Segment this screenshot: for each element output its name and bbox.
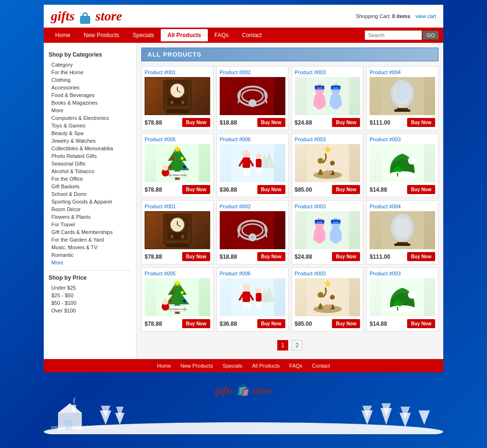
svg-rect-60 (257, 167, 259, 174)
product-price-12: $111.00 (370, 253, 390, 260)
buy-now-button-10[interactable]: Buy Now (257, 252, 285, 261)
nav-all-products[interactable]: All Products (161, 29, 208, 41)
svg-point-96 (321, 234, 325, 241)
sidebar-item-travel[interactable]: For Travel (49, 221, 131, 228)
buy-now-button-16[interactable]: Buy Now (407, 319, 435, 328)
product-card-6: Product #006 (216, 133, 289, 197)
nav-new-products[interactable]: New Products (77, 29, 126, 41)
page-2-link[interactable]: 2 (292, 340, 302, 351)
sidebar-item-computers[interactable]: Computers & Electronics (49, 114, 131, 122)
buy-now-button-8[interactable]: Buy Now (407, 185, 435, 194)
buy-now-button-5[interactable]: Buy Now (182, 185, 210, 194)
sidebar-item-alcohol[interactable]: Alcohol & Tobacco (49, 167, 131, 175)
sidebar-item-category[interactable]: Category (49, 61, 131, 68)
product-name-15[interactable]: Product #003 (295, 271, 360, 276)
svg-point-89 (250, 235, 255, 240)
product-name-5[interactable]: Product #005 (145, 136, 210, 142)
sidebar-item-photo[interactable]: Photo Related Gifts (49, 152, 131, 160)
buy-now-button-4[interactable]: Buy Now (407, 118, 435, 127)
page-1-link[interactable]: 1 (277, 340, 288, 351)
sidebar-item-school[interactable]: School & Dorm (49, 190, 131, 198)
sidebar-item-clothing[interactable]: Clothing (49, 76, 131, 84)
product-price-13: $78.88 (145, 321, 162, 327)
footer-new-products[interactable]: New Products (181, 363, 213, 369)
search-button[interactable]: GO (423, 31, 438, 39)
buy-now-button-6[interactable]: Buy Now (257, 185, 285, 194)
dinosaur-svg-2: Justin Justin (295, 211, 360, 249)
sidebar-item-more1[interactable]: More (49, 107, 131, 114)
product-price-5: $78.88 (145, 186, 162, 193)
product-name-7[interactable]: Product #003 (295, 136, 360, 142)
product-name-6[interactable]: Product #006 (220, 136, 285, 142)
product-footer-11: $24.88 Buy Now (295, 252, 360, 261)
product-name-2[interactable]: Product #002 (220, 69, 285, 75)
buy-now-button-14[interactable]: Buy Now (257, 319, 285, 328)
product-price-7: $85.00 (295, 186, 312, 193)
sidebar-item-flowers[interactable]: Flowers & Plants (49, 213, 131, 221)
buy-now-button-1[interactable]: Buy Now (182, 118, 210, 127)
buy-now-button-2[interactable]: Buy Now (257, 118, 285, 127)
svg-point-65 (330, 161, 334, 166)
footer-home[interactable]: Home (157, 363, 171, 369)
buy-now-button-7[interactable]: Buy Now (332, 185, 360, 194)
buy-now-button-15[interactable]: Buy Now (332, 319, 360, 328)
svg-rect-19 (306, 77, 349, 115)
sidebar-item-accessories[interactable]: Accessories (49, 84, 131, 91)
product-name-11[interactable]: Product #003 (295, 204, 360, 209)
sidebar-item-more2[interactable]: More (49, 259, 131, 266)
sidebar-item-collectibles[interactable]: Collectibles & Memorabilia (49, 145, 131, 152)
buy-now-button-3[interactable]: Buy Now (332, 118, 360, 127)
sidebar-item-room-decor[interactable]: Room Décor (49, 205, 131, 213)
footer-all-products[interactable]: All Products (252, 363, 280, 369)
sidebar-price-under25[interactable]: Under $25 (49, 284, 131, 292)
footer-specials[interactable]: Specials (223, 363, 243, 369)
product-name-16[interactable]: Product #003 (370, 271, 435, 276)
sidebar-item-jewelry[interactable]: Jewelry & Watches (49, 137, 131, 145)
sidebar-item-office[interactable]: For the Office (49, 175, 131, 183)
search-input[interactable] (365, 30, 422, 40)
sidebar-item-for-home[interactable]: For the Home (49, 68, 131, 76)
product-name-9[interactable]: Product #001 (145, 204, 210, 209)
svg-rect-126 (243, 292, 250, 302)
product-name-10[interactable]: Product #002 (220, 204, 285, 209)
product-name-12[interactable]: Product #004 (370, 204, 435, 209)
product-image-3: Justin Justin (295, 77, 360, 115)
footer-faqs[interactable]: FAQs (289, 363, 302, 369)
site-logo[interactable]: gifts store (51, 9, 122, 24)
product-name-3[interactable]: Product #003 (295, 69, 360, 75)
sidebar-item-gift-cards[interactable]: Gift Cards & Memberships (49, 228, 131, 236)
buy-now-button-9[interactable]: Buy Now (182, 252, 210, 261)
product-name-14[interactable]: Product #006 (220, 271, 285, 276)
sidebar-item-romantic[interactable]: Romantic (49, 251, 131, 259)
product-name-8[interactable]: Product #003 (370, 136, 435, 142)
product-name-4[interactable]: Product #004 (370, 69, 435, 75)
product-name-1[interactable]: Product #001 (145, 69, 210, 75)
buy-now-button-11[interactable]: Buy Now (332, 252, 360, 261)
buy-now-button-13[interactable]: Buy Now (182, 319, 210, 328)
nav-specials[interactable]: Specials (126, 29, 161, 41)
products-grid: Product #001 (141, 66, 438, 331)
nav-home[interactable]: Home (49, 29, 77, 41)
sidebar-item-books[interactable]: Books & Magazines (49, 99, 131, 107)
buy-now-button-12[interactable]: Buy Now (407, 252, 435, 261)
christmas-svg-2: The Maple Family (145, 278, 210, 316)
sidebar-item-music[interactable]: Music, Movies & TV (49, 243, 131, 251)
view-cart-link[interactable]: view cart (416, 13, 436, 19)
sidebar-item-beauty[interactable]: Beauty & Spa (49, 129, 131, 137)
svg-text:Justin: Justin (316, 87, 322, 89)
footer-contact[interactable]: Contact (312, 363, 330, 369)
nav-contact[interactable]: Contact (235, 29, 268, 41)
sidebar-price-50-100[interactable]: $50 - $100 (49, 299, 131, 307)
sidebar-price-over100[interactable]: Over $100 (49, 307, 131, 314)
sidebar-price-25-50[interactable]: $25 - $50 (49, 292, 131, 299)
product-name-13[interactable]: Product #005 (145, 271, 210, 276)
sidebar-item-gift-baskets[interactable]: Gift Baskets (49, 183, 131, 190)
sidebar-item-seasonal[interactable]: Seasonal Gifts (49, 160, 131, 167)
nav-faqs[interactable]: FAQs (208, 29, 235, 41)
sidebar-item-food[interactable]: Food & Beverages (49, 91, 131, 99)
product-image-5: The Maple Family (145, 144, 210, 182)
svg-point-23 (321, 99, 325, 107)
sidebar-item-garden[interactable]: For the Garden & Yard (49, 236, 131, 243)
sidebar-item-toys[interactable]: Toys & Games (49, 122, 131, 129)
sidebar-item-sporting[interactable]: Sporting Goods & Apparel (49, 198, 131, 205)
